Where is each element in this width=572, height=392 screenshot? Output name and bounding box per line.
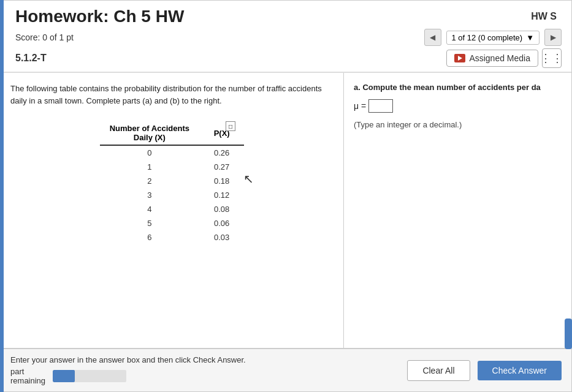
remaining-label: remaining <box>10 376 45 385</box>
col2-header: P(X) <box>199 121 244 145</box>
right-panel: a. Compute the mean number of accidents … <box>344 73 571 348</box>
x-value: 4 <box>100 202 199 216</box>
px-value: 0.03 <box>199 230 244 244</box>
col1-header: Number of Accidents Daily (X) <box>100 121 199 145</box>
left-panel: The following table contains the probabi… <box>1 73 344 348</box>
progress-text: 1 of 12 (0 complete) <box>452 33 523 42</box>
part-remaining-label: part remaining <box>10 367 45 385</box>
table-row: 20.18 <box>100 174 245 188</box>
mu-row: μ = <box>354 99 562 113</box>
scroll-indicator[interactable] <box>565 318 572 349</box>
part-a-label: a. Compute the mean number of accidents … <box>354 83 562 92</box>
mu-input[interactable] <box>368 99 393 113</box>
page-title: Homework: Ch 5 HW <box>15 7 184 26</box>
problem-description: The following table contains the probabi… <box>10 83 334 107</box>
enter-answer-text: Enter your answer in the answer box and … <box>10 355 246 364</box>
dots-icon: ⋮⋮ <box>540 51 563 65</box>
probability-table: Number of Accidents Daily (X) P(X) 00.26… <box>100 121 245 244</box>
table-row: 30.12 <box>100 188 245 202</box>
problem-area: The following table contains the probabi… <box>1 73 571 349</box>
x-value: 5 <box>100 216 199 230</box>
bottom-right: Clear All Check Answer <box>407 360 562 381</box>
px-value: 0.08 <box>199 202 244 216</box>
assigned-media-label: Assigned Media <box>469 53 530 63</box>
more-options-button[interactable]: ⋮⋮ <box>542 48 562 68</box>
section-row: 5.1.2-T Assigned Media ⋮⋮ <box>15 48 562 68</box>
bottom-left: Enter your answer in the answer box and … <box>10 355 246 385</box>
bottom-bar: Enter your answer in the answer box and … <box>1 349 571 391</box>
media-play-icon <box>454 54 465 62</box>
dropdown-arrow-icon: ▼ <box>526 33 534 42</box>
px-value: 0.06 <box>199 216 244 230</box>
table-row: 60.03 <box>100 230 245 244</box>
progress-bar-container <box>53 370 126 382</box>
score-nav-row: Score: 0 of 1 pt ◀ 1 of 12 (0 complete) … <box>15 29 562 46</box>
px-value: 0.27 <box>199 160 244 174</box>
left-accent-bar <box>0 0 4 392</box>
x-value: 2 <box>100 174 199 188</box>
check-answer-button[interactable]: Check Answer <box>478 361 562 380</box>
clear-all-button[interactable]: Clear All <box>407 360 470 381</box>
x-value: 1 <box>100 160 199 174</box>
progress-dropdown[interactable]: 1 of 12 (0 complete) ▼ <box>446 31 540 45</box>
px-value: 0.12 <box>199 188 244 202</box>
px-value: 0.18 <box>199 174 244 188</box>
part-remaining-row: part remaining <box>10 367 246 385</box>
nav-controls: ◀ 1 of 12 (0 complete) ▼ ▶ <box>424 29 562 46</box>
table-row: 50.06 <box>100 216 245 230</box>
expand-icon[interactable]: □ <box>226 121 235 131</box>
hw-s-label: HW S <box>531 11 557 22</box>
x-value: 0 <box>100 145 199 160</box>
part-label: part <box>10 367 45 376</box>
title-row: Homework: Ch 5 HW HW S <box>15 7 562 26</box>
mu-label: μ = <box>354 101 366 111</box>
px-value: 0.26 <box>199 145 244 160</box>
main-container: Homework: Ch 5 HW HW S Score: 0 of 1 pt … <box>0 0 572 392</box>
x-value: 3 <box>100 188 199 202</box>
table-area: Number of Accidents Daily (X) P(X) 00.26… <box>10 116 334 249</box>
prev-button[interactable]: ◀ <box>424 29 441 46</box>
header: Homework: Ch 5 HW HW S Score: 0 of 1 pt … <box>1 1 571 73</box>
cursor-arrow-icon: ↖ <box>243 172 254 186</box>
table-row: 10.27 <box>100 160 245 174</box>
table-row: 40.08 <box>100 202 245 216</box>
assigned-media-button[interactable]: Assigned Media <box>446 50 538 67</box>
score-text: Score: 0 of 1 pt <box>15 32 74 42</box>
type-hint: (Type an integer or a decimal.) <box>354 120 562 129</box>
section-label: 5.1.2-T <box>15 53 47 64</box>
table-row: 00.26 <box>100 145 245 160</box>
x-value: 6 <box>100 230 199 244</box>
progress-bar-fill <box>53 370 75 382</box>
next-button[interactable]: ▶ <box>544 29 562 46</box>
content-area: The following table contains the probabi… <box>1 73 571 391</box>
